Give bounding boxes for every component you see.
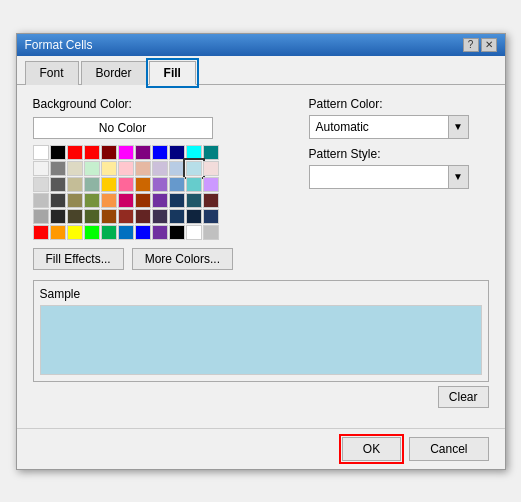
sample-preview [40,305,482,375]
no-color-button[interactable]: No Color [33,117,213,139]
cancel-button[interactable]: Cancel [409,437,488,461]
color-cell-5-6[interactable] [135,225,151,240]
ok-button[interactable]: OK [342,437,401,461]
clear-button[interactable]: Clear [438,386,489,408]
color-row-4 [33,209,269,224]
close-button[interactable]: ✕ [481,38,497,52]
color-cell-0-7[interactable] [152,145,168,160]
dialog-title: Format Cells [25,38,93,52]
color-cell-4-3[interactable] [84,209,100,224]
pattern-style-value [310,175,448,179]
color-cell-0-2[interactable] [67,145,83,160]
color-cell-1-9[interactable] [186,161,202,176]
color-cell-4-5[interactable] [118,209,134,224]
color-cell-0-9[interactable] [186,145,202,160]
tabs-bar: Font Border Fill [17,56,505,85]
color-cell-1-5[interactable] [118,161,134,176]
bottom-buttons: Fill Effects... More Colors... [33,248,269,270]
color-cell-1-7[interactable] [152,161,168,176]
color-cell-5-1[interactable] [50,225,66,240]
color-cell-5-5[interactable] [118,225,134,240]
color-cell-2-9[interactable] [186,177,202,192]
color-cell-5-2[interactable] [67,225,83,240]
color-cell-5-8[interactable] [169,225,185,240]
color-row-5 [33,225,269,240]
color-cell-5-3[interactable] [84,225,100,240]
color-cell-3-6[interactable] [135,193,151,208]
color-cell-5-0[interactable] [33,225,49,240]
pattern-color-arrow[interactable]: ▼ [448,116,468,138]
clear-btn-container: Clear [33,386,489,408]
color-cell-4-0[interactable] [33,209,49,224]
color-cell-4-7[interactable] [152,209,168,224]
color-cell-3-9[interactable] [186,193,202,208]
fill-content: Background Color: No Color Fill Effects.… [17,85,505,420]
color-cell-2-2[interactable] [67,177,83,192]
color-cell-5-9[interactable] [186,225,202,240]
color-cell-2-1[interactable] [50,177,66,192]
color-cell-3-10[interactable] [203,193,219,208]
color-cell-2-0[interactable] [33,177,49,192]
color-cell-3-2[interactable] [67,193,83,208]
left-panel: Background Color: No Color Fill Effects.… [33,97,269,270]
color-cell-1-0[interactable] [33,161,49,176]
color-cell-5-7[interactable] [152,225,168,240]
color-cell-2-3[interactable] [84,177,100,192]
tab-fill[interactable]: Fill [149,61,196,85]
color-cell-3-1[interactable] [50,193,66,208]
color-cell-1-2[interactable] [67,161,83,176]
title-bar-buttons: ? ✕ [463,38,497,52]
format-cells-dialog: Format Cells ? ✕ Font Border Fill Backgr… [16,33,506,470]
color-cell-4-4[interactable] [101,209,117,224]
color-row-3 [33,193,269,208]
color-cell-3-0[interactable] [33,193,49,208]
color-cell-0-5[interactable] [118,145,134,160]
color-cell-2-8[interactable] [169,177,185,192]
color-cell-0-0[interactable] [33,145,49,160]
color-cell-0-8[interactable] [169,145,185,160]
color-cell-2-5[interactable] [118,177,134,192]
pattern-color-dropdown[interactable]: Automatic ▼ [309,115,469,139]
pattern-style-arrow[interactable]: ▼ [448,166,468,188]
color-cell-3-5[interactable] [118,193,134,208]
tab-font[interactable]: Font [25,61,79,85]
sample-section: Sample [33,280,489,382]
color-cell-2-4[interactable] [101,177,117,192]
pattern-color-label: Pattern Color: [309,97,489,111]
pattern-style-dropdown[interactable]: ▼ [309,165,469,189]
color-cell-1-6[interactable] [135,161,151,176]
background-color-label: Background Color: [33,97,269,111]
color-cell-3-8[interactable] [169,193,185,208]
color-cell-1-3[interactable] [84,161,100,176]
color-cell-5-10[interactable] [203,225,219,240]
pattern-style-label: Pattern Style: [309,147,489,161]
color-cell-1-8[interactable] [169,161,185,176]
color-cell-3-3[interactable] [84,193,100,208]
color-cell-3-4[interactable] [101,193,117,208]
color-cell-4-6[interactable] [135,209,151,224]
pattern-color-value: Automatic [310,118,448,136]
color-cell-1-4[interactable] [101,161,117,176]
more-colors-button[interactable]: More Colors... [132,248,233,270]
color-cell-0-6[interactable] [135,145,151,160]
color-cell-0-10[interactable] [203,145,219,160]
help-button[interactable]: ? [463,38,479,52]
color-cell-4-9[interactable] [186,209,202,224]
color-cell-1-1[interactable] [50,161,66,176]
color-cell-5-4[interactable] [101,225,117,240]
color-cell-1-10[interactable] [203,161,219,176]
color-cell-2-7[interactable] [152,177,168,192]
color-cell-4-8[interactable] [169,209,185,224]
right-panel: Pattern Color: Automatic ▼ Pattern Style… [289,97,489,270]
color-cell-0-4[interactable] [101,145,117,160]
color-cell-0-3[interactable] [84,145,100,160]
color-cell-3-7[interactable] [152,193,168,208]
fill-effects-button[interactable]: Fill Effects... [33,248,124,270]
color-cell-4-1[interactable] [50,209,66,224]
color-cell-4-10[interactable] [203,209,219,224]
color-cell-2-6[interactable] [135,177,151,192]
color-cell-2-10[interactable] [203,177,219,192]
color-cell-4-2[interactable] [67,209,83,224]
tab-border[interactable]: Border [81,61,147,85]
color-cell-0-1[interactable] [50,145,66,160]
